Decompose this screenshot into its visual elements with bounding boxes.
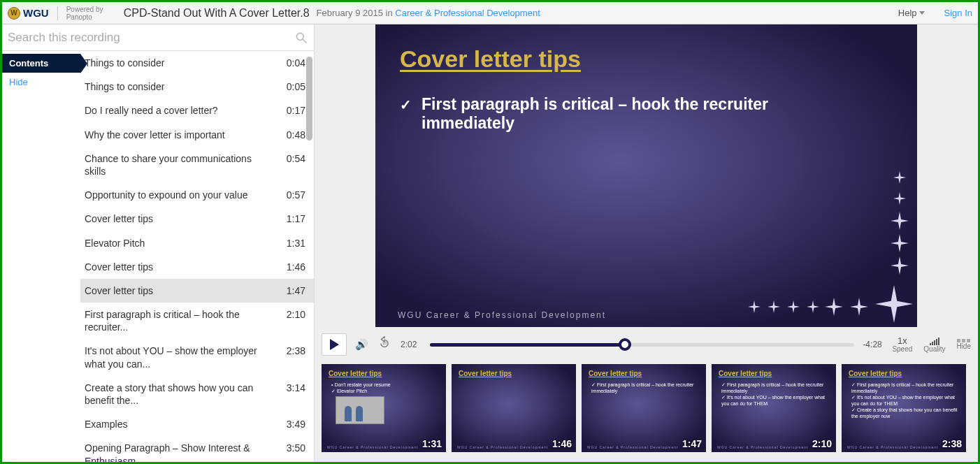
thumbnail[interactable]: Cover letter tips✓ First paragraph is cr… (582, 364, 706, 452)
compass-icon (787, 300, 800, 313)
svg-text:10: 10 (382, 341, 387, 345)
toc-label: Opening Paragraph – Show Interest & Enth… (85, 442, 279, 462)
tab-contents[interactable]: Contents (2, 54, 80, 73)
recording-title: CPD-Stand Out With A Cover Letter.8 (124, 7, 310, 20)
check-icon: ✓ (400, 95, 412, 133)
toc-panel[interactable]: Things to consider0:04Things to consider… (80, 51, 314, 462)
thumbnail[interactable]: Cover letter tips• Don't restate your re… (322, 364, 446, 452)
powered-name: Panopto (66, 13, 108, 21)
toc-item[interactable]: Create a story that shows how you can be… (80, 376, 314, 412)
thumb-title: Cover letter tips (329, 370, 439, 377)
sign-in-link[interactable]: Sign In (944, 8, 972, 18)
svg-point-0 (296, 33, 303, 40)
slide-bullet: ✓ First paragraph is critical – hook the… (400, 95, 791, 133)
recording-meta: February 9 2015 in Career & Professional… (317, 8, 540, 18)
search-icon[interactable] (294, 31, 308, 45)
main-area: Contents Hide Things to consider0:04Thin… (2, 24, 978, 462)
compass-icon (768, 300, 780, 313)
toc-item[interactable]: Do I really need a cover letter?0:17 (80, 99, 314, 122)
elevator-image (336, 396, 384, 424)
toc-label: Cover letter tips (85, 284, 279, 297)
toc-time: 0:54 (279, 152, 305, 165)
remaining-time: -4:28 (863, 340, 884, 349)
thumb-footer: WGU Career & Professional Development (457, 445, 548, 449)
logo-badge-icon: W (8, 7, 20, 20)
thumbnail[interactable]: Cover letter tipsWGU Career & Profession… (452, 364, 576, 452)
thumb-title: Cover letter tips (589, 370, 699, 377)
progress-fill (430, 343, 625, 347)
progress-handle[interactable] (619, 338, 631, 351)
toc-label: Things to consider (85, 80, 279, 93)
speed-value: 1x (898, 336, 907, 345)
toc-time: 3:50 (279, 442, 305, 454)
toc-item[interactable]: Why the cover letter is important0:48 (80, 123, 314, 147)
toc-item[interactable]: Opportunity to expound on your value0:57 (80, 183, 314, 207)
toc-item[interactable]: Cover letter tips1:17 (80, 207, 314, 231)
toc-time: 0:05 (279, 80, 305, 93)
search-input[interactable] (8, 31, 294, 45)
in-label: in (386, 8, 393, 18)
thumb-footer: WGU Career & Professional Development (327, 445, 418, 449)
toc-item[interactable]: Things to consider0:05 (80, 75, 314, 99)
toc-label: Cover letter tips (85, 261, 279, 273)
search-bar (2, 24, 314, 51)
sidebar-wrap: Contents Hide Things to consider0:04Thin… (2, 51, 314, 462)
toc-item[interactable]: It's not about YOU – show the employer w… (80, 339, 314, 375)
toc-time: 2:10 (279, 308, 305, 321)
toc-item[interactable]: Opening Paragraph – Show Interest & Enth… (80, 436, 314, 462)
progress-bar[interactable] (430, 343, 854, 347)
help-menu[interactable]: Help (898, 8, 925, 18)
speed-button[interactable]: 1x Speed (892, 336, 912, 353)
compass-icon (891, 212, 909, 230)
hide-thumbs-button[interactable]: Hide (956, 339, 971, 350)
toc-label: Why the cover letter is important (85, 129, 279, 141)
toc-time: 0:48 (279, 129, 305, 141)
toc-time: 1:46 (279, 261, 305, 273)
scrollbar-thumb[interactable] (306, 57, 312, 140)
toc-item[interactable]: Examples3:49 (80, 412, 314, 436)
toc-time: 0:04 (279, 57, 305, 69)
folder-link[interactable]: Career & Professional Development (395, 8, 540, 18)
tab-hide[interactable]: Hide (2, 73, 80, 92)
volume-button[interactable]: 🔊 (355, 338, 368, 351)
compass-icon (825, 298, 843, 316)
toc-item[interactable]: Cover letter tips1:46 (80, 255, 314, 279)
compass-icon (893, 192, 906, 205)
svg-line-1 (303, 39, 307, 43)
toc-time: 0:57 (279, 189, 305, 201)
play-button[interactable] (322, 333, 347, 356)
toc-time: 1:17 (279, 212, 305, 225)
thumb-title: Cover letter tips (849, 370, 959, 377)
toc-item[interactable]: Things to consider0:04 (80, 51, 314, 75)
toc-item[interactable]: Cover letter tips1:47 (80, 279, 314, 303)
controls-right: 1x Speed Quality Hide (892, 336, 971, 353)
toc-time: 0:17 (279, 104, 305, 117)
thumbnail[interactable]: Cover letter tips✓ First paragraph is cr… (712, 364, 836, 452)
recording-date: February 9 2015 (317, 8, 383, 18)
toc-time: 3:49 (279, 418, 305, 430)
video-area: Cover letter tips ✓ First paragraph is c… (315, 24, 978, 331)
toc-time: 3:14 (279, 382, 305, 394)
sidebar-tabs: Contents Hide (2, 51, 80, 462)
toc-label: It's not about YOU – show the employer w… (85, 345, 279, 370)
hide-label: Hide (956, 343, 971, 350)
brand-logo[interactable]: W WGU (8, 7, 49, 20)
replay-10-button[interactable]: 10 (377, 335, 392, 354)
toc-item[interactable]: First paragraph is critical – hook the r… (80, 303, 314, 339)
header-right: Help Sign In (898, 8, 972, 18)
header-bar: W WGU Powered by Panopto CPD-Stand Out W… (2, 2, 978, 24)
compass-icon (748, 300, 761, 313)
powered-label: Powered by (66, 6, 108, 13)
toc-item[interactable]: Chance to share your communications skil… (80, 147, 314, 183)
thumb-bullets: ✓ First paragraph is critical – hook the… (849, 382, 959, 420)
compass-icon (875, 285, 913, 323)
quality-button[interactable]: Quality (923, 337, 945, 353)
toc-item[interactable]: Elevator Pitch1:31 (80, 231, 314, 255)
thumbnail-strip[interactable]: Cover letter tips• Don't restate your re… (315, 358, 978, 462)
help-label: Help (898, 8, 917, 18)
thumb-time: 1:31 (422, 438, 442, 449)
thumbnail[interactable]: Cover letter tips✓ First paragraph is cr… (842, 364, 966, 452)
current-slide: Cover letter tips ✓ First paragraph is c… (375, 24, 917, 327)
thumb-bullets: ✓ First paragraph is critical – hook the… (719, 382, 829, 407)
compass-icon (807, 300, 819, 313)
